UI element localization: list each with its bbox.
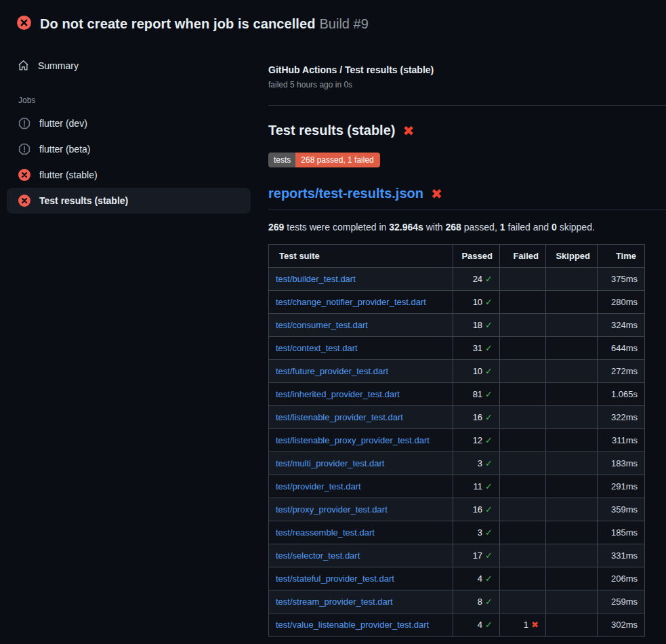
test-suite-link[interactable]: test/provider_test.dart xyxy=(276,481,361,491)
failed-cell xyxy=(500,475,546,498)
skipped-cell xyxy=(546,314,598,337)
time-cell: 280ms xyxy=(598,291,645,314)
passed-cell: 10✓ xyxy=(453,291,500,314)
summary-part: 1 xyxy=(500,222,505,233)
test-suite-cell: test/multi_provider_test.dart xyxy=(269,452,453,475)
summary-part: tests were completed in xyxy=(284,222,389,233)
time-cell: 359ms xyxy=(598,498,645,521)
skipped-cell xyxy=(546,475,598,498)
workflow-breadcrumb: GitHub Actions / Test results (stable) xyxy=(268,64,666,75)
check-icon: ✓ xyxy=(485,620,493,630)
test-results-table: Test suite Passed Failed Skipped Time te… xyxy=(268,244,645,637)
test-suite-link[interactable]: test/selector_test.dart xyxy=(276,550,360,561)
table-row: test/future_provider_test.dart10✓272ms xyxy=(269,360,645,383)
run-failed-icon xyxy=(17,16,31,30)
skipped-cell xyxy=(546,613,598,637)
summary-part: 268 xyxy=(446,222,461,233)
skipped-cell xyxy=(546,291,598,314)
job-label: flutter (beta) xyxy=(39,144,90,155)
test-suite-cell: test/value_listenable_provider_test.dart xyxy=(269,613,453,637)
run-header: Do not create report when job is cancell… xyxy=(0,0,666,43)
sidebar-item-job[interactable]: flutter (dev) xyxy=(7,110,251,136)
test-suite-link[interactable]: test/future_provider_test.dart xyxy=(276,366,388,376)
test-suite-cell: test/future_provider_test.dart xyxy=(269,360,453,383)
sidebar-item-job[interactable]: flutter (beta) xyxy=(7,136,251,162)
test-suite-link[interactable]: test/reassemble_test.dart xyxy=(276,527,375,538)
divider xyxy=(268,105,666,106)
table-row: test/stateful_provider_test.dart4✓206ms xyxy=(269,567,645,590)
time-cell: 322ms xyxy=(598,406,645,429)
passed-cell: 12✓ xyxy=(453,429,500,452)
skipped-cell xyxy=(546,337,598,360)
sidebar-item-summary[interactable]: Summary xyxy=(7,53,251,78)
skipped-cell xyxy=(546,406,598,429)
jobs-section-label: Jobs xyxy=(18,96,257,105)
time-cell: 302ms xyxy=(598,613,645,637)
test-suite-link[interactable]: test/stream_provider_test.dart xyxy=(276,597,393,607)
table-row: test/listenable_provider_test.dart16✓322… xyxy=(269,406,645,429)
skipped-cell xyxy=(546,544,598,567)
jobs-list: flutter (dev)flutter (beta)flutter (stab… xyxy=(0,110,257,214)
test-suite-link[interactable]: test/value_listenable_provider_test.dart xyxy=(276,620,429,630)
test-suite-link[interactable]: test/stateful_provider_test.dart xyxy=(276,573,394,584)
col-time: Time xyxy=(598,245,645,268)
table-row: test/proxy_provider_test.dart16✓359ms xyxy=(269,498,645,521)
col-failed: Failed xyxy=(500,245,546,268)
failed-cell xyxy=(500,429,546,452)
time-cell: 206ms xyxy=(598,567,645,590)
check-icon: ✓ xyxy=(485,458,493,468)
job-detail-panel: GitHub Actions / Test results (stable) f… xyxy=(268,43,666,637)
skipped-cell xyxy=(546,360,598,383)
passed-cell: 16✓ xyxy=(453,406,500,429)
test-suite-link[interactable]: test/change_notifier_provider_test.dart xyxy=(276,297,426,307)
check-icon: ✓ xyxy=(485,389,493,399)
failed-cell xyxy=(500,544,546,567)
time-cell: 259ms xyxy=(598,590,645,613)
check-icon: ✓ xyxy=(485,435,493,445)
failed-cell xyxy=(500,498,546,521)
test-suite-link[interactable]: test/builder_test.dart xyxy=(276,274,356,284)
test-suite-link[interactable]: test/inherited_provider_test.dart xyxy=(276,389,400,399)
section-title: Test results (stable) ✖ xyxy=(268,123,666,138)
test-suite-cell: test/reassemble_test.dart xyxy=(269,521,453,544)
table-row: test/multi_provider_test.dart3✓183ms xyxy=(269,452,645,475)
failed-cell: 1✖ xyxy=(500,613,546,637)
report-file-link[interactable]: reports/test-results.json xyxy=(268,186,423,201)
test-suite-link[interactable]: test/listenable_provider_test.dart xyxy=(276,412,403,422)
table-row: test/reassemble_test.dart3✓185ms xyxy=(269,521,645,544)
test-suite-link[interactable]: test/listenable_proxy_provider_test.dart xyxy=(276,435,430,445)
cancelled-icon xyxy=(18,143,30,155)
passed-cell: 11✓ xyxy=(453,475,500,498)
check-icon: ✓ xyxy=(485,527,493,538)
failed-icon xyxy=(18,169,30,181)
job-label: flutter (stable) xyxy=(39,169,98,180)
run-title: Do not create report when job is cancell… xyxy=(40,12,369,33)
test-suite-cell: test/stateful_provider_test.dart xyxy=(269,567,453,590)
skipped-cell xyxy=(546,590,598,613)
fail-x-icon: ✖ xyxy=(402,124,414,138)
fail-x-icon: ✖ xyxy=(431,187,442,201)
test-suite-cell: test/consumer_test.dart xyxy=(269,314,453,337)
col-skipped: Skipped xyxy=(546,245,598,268)
sidebar-item-job[interactable]: Test results (stable) xyxy=(7,188,251,214)
time-cell: 291ms xyxy=(598,475,645,498)
failed-cell xyxy=(500,314,546,337)
test-suite-link[interactable]: test/proxy_provider_test.dart xyxy=(276,504,388,515)
skipped-cell xyxy=(546,567,598,590)
tests-badge: tests 268 passed, 1 failed xyxy=(268,153,380,167)
job-status-line: failed 5 hours ago in 0s xyxy=(268,80,666,89)
sidebar-item-job[interactable]: flutter (stable) xyxy=(7,162,251,188)
passed-cell: 17✓ xyxy=(453,544,500,567)
badge-value: 268 passed, 1 failed xyxy=(295,153,379,167)
passed-cell: 8✓ xyxy=(453,590,500,613)
test-suite-link[interactable]: test/consumer_test.dart xyxy=(276,320,368,330)
table-row: test/builder_test.dart24✓375ms xyxy=(269,268,645,291)
skipped-cell xyxy=(546,429,598,452)
section-title-text: Test results (stable) xyxy=(268,123,395,138)
summary-part: 0 xyxy=(551,222,557,233)
test-suite-link[interactable]: test/context_test.dart xyxy=(276,343,358,353)
test-suite-cell: test/listenable_provider_test.dart xyxy=(269,406,453,429)
table-row: test/stream_provider_test.dart8✓259ms xyxy=(269,590,645,613)
test-suite-cell: test/context_test.dart xyxy=(269,337,453,360)
test-suite-link[interactable]: test/multi_provider_test.dart xyxy=(276,458,384,468)
